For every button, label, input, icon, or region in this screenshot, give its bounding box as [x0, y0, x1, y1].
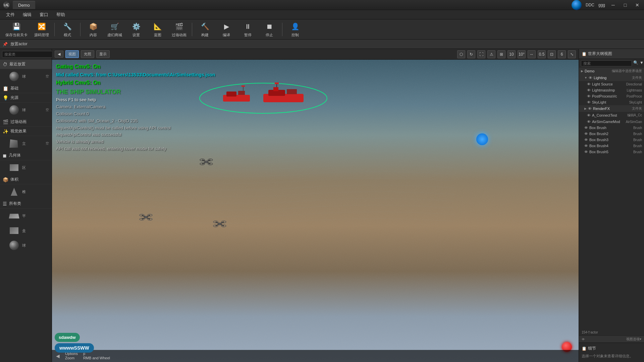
vp-btn-show[interactable]: 显示 [96, 50, 110, 58]
toolbar-control-label: 控制 [291, 33, 299, 38]
viewport-icon-btn-7[interactable]: ⊡ [548, 50, 556, 58]
plane-label: 平 [22, 214, 49, 219]
toolbar-settings[interactable]: ⚙️ 设置 [126, 20, 146, 39]
toolbar-play[interactable]: ▶ 编译 [216, 20, 236, 39]
toolbar-stop[interactable]: ⏹ 停止 [259, 20, 279, 39]
toolbar-mode[interactable]: 🔧 模式 [57, 20, 77, 39]
left-search-input[interactable] [2, 51, 53, 58]
outliner-item-postprocess[interactable]: 👁 PostProcessVc PostProce [579, 93, 644, 99]
viewport-scale-value[interactable]: 0.5 [538, 50, 546, 58]
menu-help[interactable]: 帮助 [53, 10, 68, 19]
category-all[interactable]: ☰ 所有类 [0, 199, 52, 208]
viewport-snap-value[interactable]: 10 [507, 50, 516, 58]
details-header: 📋 细节 [582, 346, 641, 351]
oi-eye-skylight[interactable]: 👁 [587, 100, 591, 104]
category-geometry[interactable]: ◼ 几何体 [0, 151, 52, 160]
maximize-button[interactable]: □ [621, 2, 629, 8]
oi-eye-box4[interactable]: 👁 [584, 144, 588, 148]
outliner-item-lightmass[interactable]: 👁 LightmassImp Lightmass [579, 87, 644, 93]
category-visual-label: 视觉效果 [10, 128, 49, 134]
oi-eye-box2[interactable]: 👁 [584, 132, 588, 136]
oi-eye-connecttest[interactable]: 👁 [587, 113, 591, 117]
toolbar-save[interactable]: 💾 保存当前关卡 [3, 20, 30, 39]
shape-sphere-1[interactable]: 球 空 [0, 69, 52, 84]
outliner-item-box2[interactable]: 👁 Box Brush2 Brush [579, 131, 644, 137]
category-volume[interactable]: 📦 体积 [0, 175, 52, 184]
outliner-item-box4[interactable]: 👁 Box Brush4 Brush [579, 143, 644, 149]
menu-edit[interactable]: 编辑 [19, 10, 35, 19]
oi-eye-box5[interactable]: 👁 [584, 150, 588, 154]
main-layout: 🔍 ⏱ 最近放置 球 空 📋 基础 💡 光源 球 空 🎬 过场动画 [0, 49, 644, 362]
viewport-icon-btn-6[interactable]: ↔ [528, 50, 536, 58]
outliner-item-box3[interactable]: 👁 Box Brush3 Brush [579, 137, 644, 143]
toolbar-pause[interactable]: ⏸ 暂停 [238, 20, 258, 39]
shape-box2[interactable]: 盒 [0, 223, 52, 238]
shape-cube[interactable]: 立 空 [0, 136, 52, 151]
outliner-item-skylight[interactable]: 👁 SkyLight SkyLight [579, 99, 644, 105]
outliner-filter-icon[interactable]: ▼ [640, 60, 644, 66]
oi-eye-box3[interactable]: 👁 [584, 138, 588, 142]
oi-eye-renderfx[interactable]: 👁 [588, 107, 592, 111]
outliner-item-lighting[interactable]: ▼ 👁 Lighting 文件夹 [579, 74, 644, 81]
outliner-item-box1[interactable]: 👁 Box Brush Brush [579, 125, 644, 131]
volume-icon: 📦 [3, 177, 8, 182]
plane-preview [8, 210, 20, 222]
toolbar-build[interactable]: 🔨 构建 [195, 20, 215, 39]
outliner-item-connecttest[interactable]: 👁 A_ConnectTest 编辑A_Cc [579, 112, 644, 119]
shape-cone[interactable]: 椎 [0, 184, 52, 199]
toolbar-source[interactable]: 🔀 源码管理 [32, 20, 52, 39]
box-preview [8, 162, 20, 174]
menu-file[interactable]: 文件 [3, 10, 18, 19]
toolbar-market[interactable]: 🛒 虚幻商城 [105, 20, 125, 39]
outliner-eye-lighting[interactable]: 👁 [589, 76, 592, 80]
toolbar-control[interactable]: 👤 控制 [285, 20, 305, 39]
viewport-icon-btn-2[interactable]: ↻ [467, 50, 475, 58]
title-tab[interactable]: Demo [13, 1, 35, 9]
outliner-item-demo[interactable]: ▶ Demo 编辑器中选世界场景 [579, 68, 644, 74]
oi-eye-lightmass[interactable]: 👁 [587, 88, 591, 92]
category-light[interactable]: 💡 光源 [0, 93, 52, 103]
toolbar-cinematic[interactable]: 🎬 过场动画 [169, 20, 189, 39]
sphere-info-2: 空 [46, 108, 49, 112]
viewport-icon-btn-8[interactable]: ⤡ [568, 50, 576, 58]
vp-btn-lighting[interactable]: 光照 [81, 50, 94, 58]
category-recent[interactable]: ⏱ 最近放置 [0, 60, 52, 69]
shape-box[interactable]: 区 [0, 160, 52, 175]
oi-eye-airsim[interactable]: 👁 [587, 120, 591, 124]
outliner-item-box5[interactable]: 👁 Box Brush5 Brush [579, 149, 644, 155]
outliner-item-airsim[interactable]: 👁 AirSimGameMod AirSimGan [579, 119, 644, 125]
shape-plane[interactable]: 平 [0, 208, 52, 223]
oi-eye-box1[interactable]: 👁 [584, 126, 588, 130]
vp-btn-view[interactable]: 视图 [65, 50, 79, 58]
view-options-label[interactable]: 视图选项▾ [626, 337, 641, 342]
vp-btn-back[interactable]: ◀ [55, 51, 63, 58]
cube-info: 空 [46, 141, 49, 146]
shape-sphere3[interactable]: 球 [0, 238, 52, 253]
outliner-search-icon[interactable]: 🔍 [633, 60, 638, 66]
menu-window[interactable]: 窗口 [36, 10, 52, 19]
toolbar-sep-3 [192, 23, 192, 36]
outliner-item-lightsource[interactable]: 👁 Light Source Directional [579, 81, 644, 87]
viewport-icon-btn-4[interactable]: ⚠ [487, 50, 495, 58]
viewport-number[interactable]: 6 [558, 50, 566, 58]
viewport-toolbar: ◀ 视图 光照 显示 ⬡ ↻ ⛶ ⚠ ⊞ 10 10° ↔ 0.5 ⊡ 6 ⤡ [52, 49, 579, 60]
viewport[interactable]: Gating CmvS: On Mid called CmvS: from C:… [52, 60, 579, 362]
shape-sphere-2[interactable]: 球 空 [0, 103, 52, 117]
outliner-search-input[interactable] [581, 60, 632, 66]
minimize-button[interactable]: ─ [609, 2, 617, 8]
viewport-angle-value[interactable]: 10° [518, 50, 526, 58]
toolbar-blueprint[interactable]: 📐 蓝图 [148, 20, 168, 39]
control-icon: 👤 [290, 21, 301, 32]
close-button[interactable]: ✕ [633, 2, 641, 8]
category-visual[interactable]: ✨ 视觉效果 [0, 127, 52, 136]
toolbar-content[interactable]: 📦 内容 [83, 20, 103, 39]
viewport-icon-btn-3[interactable]: ⛶ [477, 50, 485, 58]
sphere-preview-2 [8, 104, 20, 116]
viewport-icon-btn-1[interactable]: ⬡ [457, 50, 465, 58]
outliner-item-renderfx[interactable]: ▶ 👁 RenderFX 文件夹 [579, 105, 644, 112]
category-cinematic[interactable]: 🎬 过场动画 [0, 117, 52, 127]
oi-eye-lightsource[interactable]: 👁 [587, 82, 591, 86]
viewport-icon-btn-5[interactable]: ⊞ [497, 50, 505, 58]
category-basic[interactable]: 📋 基础 [0, 84, 52, 93]
oi-eye-postprocess[interactable]: 👁 [587, 94, 591, 98]
